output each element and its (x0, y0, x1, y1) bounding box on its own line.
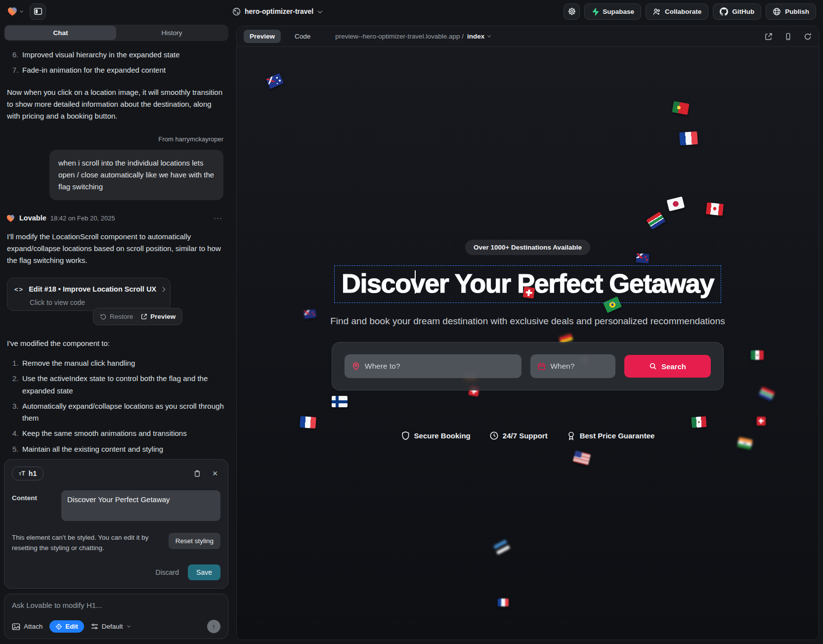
destination-field[interactable] (345, 354, 521, 378)
assistant-name: Lovable (19, 213, 46, 224)
clock-icon (489, 431, 499, 440)
user-message-bubble: when i scroll into the individual locati… (49, 150, 223, 201)
toggle-sidebar-button[interactable] (30, 3, 46, 20)
github-button[interactable]: GitHub (713, 3, 761, 20)
reset-styling-button[interactable]: Reset styling (169, 533, 220, 549)
chevron-down-icon (20, 9, 23, 12)
delete-element-button[interactable] (192, 470, 203, 477)
shield-icon (401, 431, 410, 440)
assistant-paragraph: I'll modify the LocationScroll component… (6, 231, 226, 267)
trust-features: Secure Booking 24/7 Support Best Price G… (401, 431, 655, 440)
edit-mode-pill[interactable]: Edit (49, 620, 84, 633)
edit-card-subtitle: Click to view code (30, 297, 163, 308)
hero-section: Over 1000+ Destinations Available Discov… (237, 47, 819, 440)
flag-france-icon (498, 599, 509, 606)
assistant-list-main: 1.Remove the manual click handling 2.Use… (6, 357, 226, 455)
preview-viewport[interactable]: Over 1000+ Destinations Available Discov… (237, 47, 819, 640)
chat-messages[interactable]: 6.Improved visual hierarchy in the expan… (4, 43, 228, 457)
restore-button[interactable]: Restore (100, 311, 133, 322)
award-icon (566, 431, 576, 440)
assistant-paragraph: I've modified the component to: (6, 338, 226, 349)
lovable-logo-menu[interactable] (7, 6, 23, 16)
lovable-heart-icon (7, 6, 18, 16)
discard-button[interactable]: Discard (156, 568, 179, 576)
preview-toolbar: Preview Code preview--hero-optimizer-tra… (237, 26, 819, 47)
chat-sidebar: Chat History 6.Improved visual hierarchy… (0, 23, 232, 644)
send-button[interactable]: ↑ (207, 620, 220, 633)
collaborate-button[interactable]: Collaborate (646, 3, 708, 20)
type-icon: TT (19, 470, 25, 477)
where-input[interactable] (365, 362, 515, 371)
chevron-down-icon (127, 624, 130, 628)
image-icon (12, 623, 20, 631)
when-input[interactable] (550, 362, 608, 371)
open-in-new-tab-button[interactable] (765, 33, 773, 41)
search-icon (649, 362, 657, 370)
target-icon (55, 623, 62, 630)
calendar-icon (537, 362, 546, 371)
element-tag-badge: TT h1 (12, 467, 43, 480)
github-icon (720, 7, 728, 16)
project-globe-icon (232, 7, 241, 16)
chevron-down-icon (318, 8, 323, 13)
chat-mode-select[interactable]: Default (91, 623, 130, 630)
gear-icon (568, 7, 576, 15)
project-name: hero-optimizer-travel (245, 7, 313, 15)
lovable-avatar (6, 214, 15, 222)
flag-usa-icon (573, 450, 591, 465)
url-page: index (467, 33, 484, 40)
publish-button[interactable]: Publish (766, 3, 816, 20)
chat-composer: Attach Edit Default ↑ (4, 594, 228, 639)
edit-version-card[interactable]: <> Edit #18 • Improve Location Scroll UX… (7, 278, 171, 311)
restore-icon (100, 313, 107, 320)
supabase-bolt-icon (591, 7, 599, 16)
edit-card-area: <> Edit #18 • Improve Location Scroll UX… (6, 278, 226, 325)
refresh-button[interactable] (804, 33, 812, 41)
people-icon (652, 7, 661, 16)
preview-version-button[interactable]: Preview (141, 311, 175, 322)
assistant-list-top: 6.Improved visual hierarchy in the expan… (6, 49, 226, 77)
hero-title: Discover Your Perfect Getaway (342, 268, 714, 299)
app-topbar: hero-optimizer-travel Supabase (0, 0, 823, 23)
search-button[interactable]: Search (624, 355, 711, 378)
list-item: 4.Keep the same smooth animations and tr… (6, 428, 226, 439)
mobile-view-button[interactable] (784, 33, 792, 41)
supabase-button[interactable]: Supabase (584, 3, 641, 20)
list-item: 7.Fade-in animation for the expanded con… (6, 64, 226, 76)
location-pin-icon (351, 362, 360, 371)
tab-code[interactable]: Code (289, 30, 316, 43)
sliders-icon (91, 623, 98, 630)
selected-h1-element[interactable]: Discover Your Perfect Getaway (334, 265, 721, 303)
preview-pane: Preview Code preview--hero-optimizer-tra… (236, 26, 819, 640)
chevron-right-icon (161, 287, 166, 292)
date-field[interactable] (530, 354, 615, 378)
element-editor-panel: TT h1 × Content Discover Your Perfect Ge… (4, 459, 228, 589)
tab-history[interactable]: History (116, 26, 227, 40)
project-switcher[interactable]: hero-optimizer-travel (232, 7, 322, 16)
version-actions-pill: Restore Preview (93, 308, 182, 326)
close-icon[interactable]: × (210, 469, 220, 478)
content-label: Content (12, 490, 54, 521)
tab-chat[interactable]: Chat (5, 26, 116, 40)
chat-history-tabs: Chat History (4, 25, 228, 41)
list-item: 1.Remove the manual click handling (6, 357, 226, 369)
sidebar-panel-icon (34, 7, 43, 16)
url-bar[interactable]: preview--hero-optimizer-travel.lovable.a… (335, 33, 490, 40)
list-item: 6.Improved visual hierarchy in the expan… (6, 49, 226, 61)
message-more-button[interactable]: ··· (214, 212, 226, 224)
text-caret (415, 270, 416, 294)
settings-button[interactable] (563, 3, 580, 20)
composer-input[interactable] (12, 601, 220, 609)
attach-button[interactable]: Attach (12, 623, 43, 631)
code-icon: <> (14, 284, 24, 295)
hero-subtitle: Find and book your dream destination wit… (330, 316, 725, 327)
list-item: 3.Automatically expand/collapse location… (6, 400, 226, 425)
save-button[interactable]: Save (188, 564, 220, 580)
tab-preview[interactable]: Preview (244, 30, 281, 43)
message-author-label: From harrymckayroper (6, 134, 226, 144)
url-host: preview--hero-optimizer-travel.lovable.a… (335, 33, 464, 40)
feature-secure-booking: Secure Booking (401, 431, 471, 440)
assistant-paragraph: Now when you click on a location image, … (6, 86, 226, 123)
destinations-badge: Over 1000+ Destinations Available (465, 240, 590, 255)
content-textarea[interactable]: Discover Your Perfect Getaway (61, 490, 220, 521)
